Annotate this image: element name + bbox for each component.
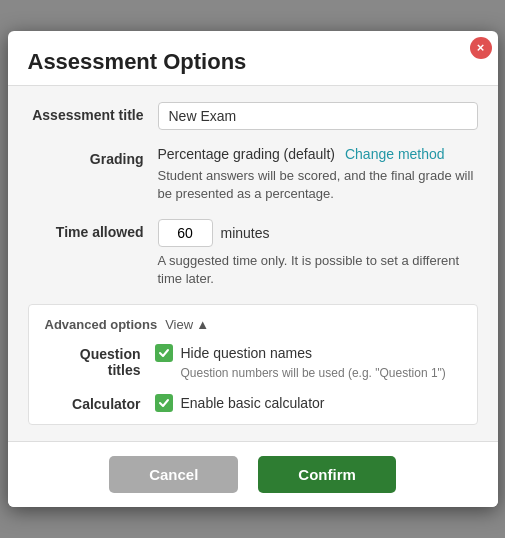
- time-input[interactable]: [158, 219, 213, 247]
- time-allowed-label: Time allowed: [28, 219, 158, 240]
- grading-row: Grading Percentage grading (default) Cha…: [28, 146, 478, 203]
- grading-content: Percentage grading (default) Change meth…: [158, 146, 478, 203]
- chevron-up-icon: ▲: [196, 317, 209, 332]
- question-titles-checkbox[interactable]: [155, 344, 173, 362]
- assessment-options-dialog: × Assessment Options Assessment title Gr…: [8, 31, 498, 508]
- calculator-row: Calculator Enable basic calculator: [45, 394, 461, 412]
- question-titles-row: Question titles Hide question names Ques…: [45, 344, 461, 380]
- assessment-title-content: [158, 102, 478, 130]
- question-titles-label: Question titles: [45, 344, 155, 378]
- dialog-title: Assessment Options: [28, 49, 478, 75]
- grading-label: Grading: [28, 146, 158, 167]
- question-titles-checkbox-label: Hide question names: [181, 345, 313, 361]
- assessment-title-input[interactable]: [158, 102, 478, 130]
- calculator-content: Enable basic calculator: [155, 394, 461, 412]
- dialog-footer: Cancel Confirm: [8, 441, 498, 507]
- question-titles-description: Question numbers will be used (e.g. "Que…: [181, 366, 461, 380]
- calculator-label: Calculator: [45, 394, 155, 412]
- time-allowed-row: Time allowed minutes A suggested time on…: [28, 219, 478, 288]
- advanced-toggle-text: View: [165, 317, 193, 332]
- dialog-body: Assessment title Grading Percentage grad…: [8, 86, 498, 442]
- question-titles-content: Hide question names Question numbers wil…: [155, 344, 461, 380]
- time-content: minutes A suggested time only. It is pos…: [158, 219, 478, 288]
- advanced-options-label: Advanced options: [45, 317, 158, 332]
- assessment-title-row: Assessment title: [28, 102, 478, 130]
- grading-description: Student answers will be scored, and the …: [158, 167, 478, 203]
- dialog-header: Assessment Options: [8, 31, 498, 86]
- advanced-options-header: Advanced options View ▲: [45, 317, 461, 332]
- close-button[interactable]: ×: [470, 37, 492, 59]
- advanced-options-section: Advanced options View ▲ Question titles: [28, 304, 478, 425]
- calculator-checkbox-label: Enable basic calculator: [181, 395, 325, 411]
- advanced-options-toggle[interactable]: View ▲: [165, 317, 209, 332]
- time-description: A suggested time only. It is possible to…: [158, 252, 478, 288]
- calculator-checkbox[interactable]: [155, 394, 173, 412]
- confirm-button[interactable]: Confirm: [258, 456, 396, 493]
- change-method-link[interactable]: Change method: [345, 146, 445, 162]
- grading-method-text: Percentage grading (default): [158, 146, 335, 162]
- time-unit: minutes: [221, 225, 270, 241]
- cancel-button[interactable]: Cancel: [109, 456, 238, 493]
- assessment-title-label: Assessment title: [28, 102, 158, 123]
